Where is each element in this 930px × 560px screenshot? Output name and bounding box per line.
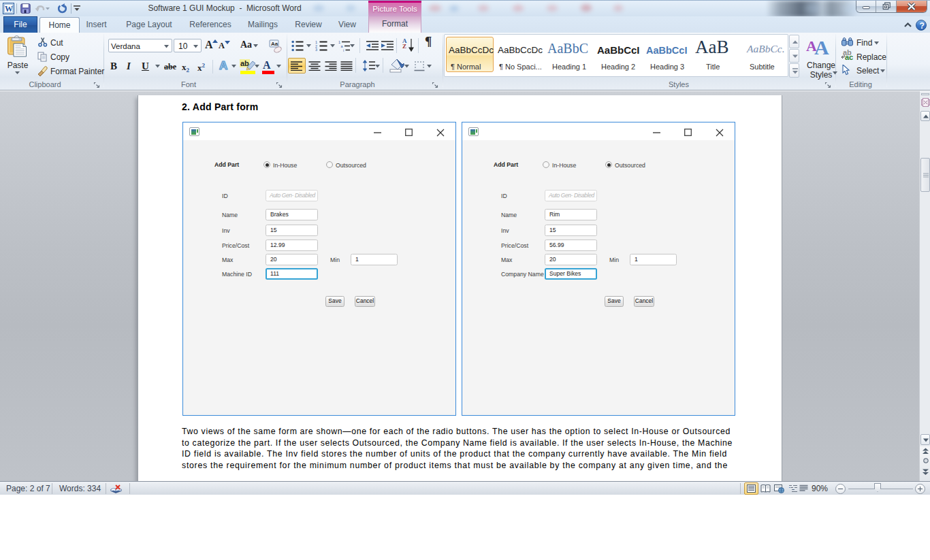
svg-text:Aa: Aa [271,41,278,47]
svg-text:W: W [5,4,13,14]
svg-text:i: i [343,48,344,52]
svg-text:3: 3 [315,48,317,52]
